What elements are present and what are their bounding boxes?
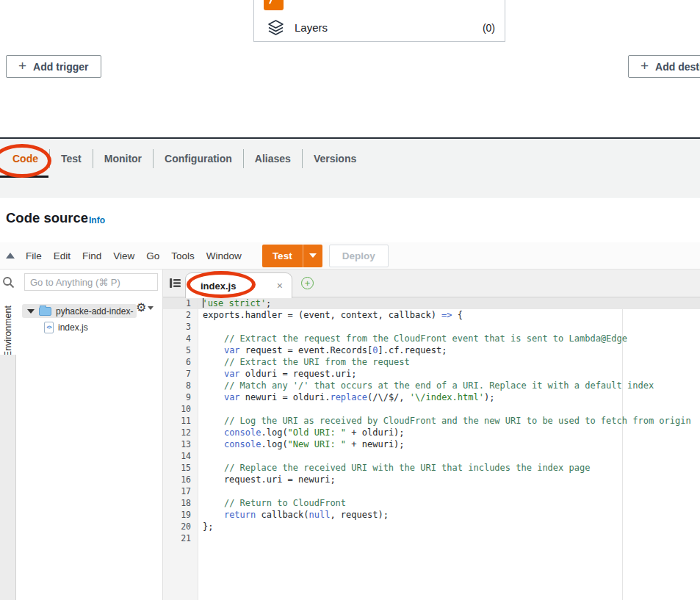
layers-label: Layers bbox=[295, 21, 328, 34]
collapse-panel-icon[interactable] bbox=[6, 253, 15, 259]
line-number: 19 bbox=[163, 509, 198, 521]
code-line[interactable]: // Match any '/' that occurs at the end … bbox=[198, 380, 700, 391]
code-token bbox=[203, 345, 224, 355]
menu-view[interactable]: View bbox=[113, 250, 134, 261]
info-link[interactable]: Info bbox=[89, 215, 105, 225]
layers-row[interactable]: Layers (0) bbox=[254, 18, 505, 40]
code-line[interactable]: // Replace the received URI with the URI… bbox=[198, 462, 700, 474]
menu-tools[interactable]: Tools bbox=[171, 250, 195, 261]
code-token: { bbox=[452, 310, 463, 320]
code-token: 'use strict' bbox=[202, 298, 266, 308]
goto-anything-input[interactable] bbox=[24, 273, 158, 291]
line-number: 13 bbox=[163, 438, 198, 450]
line-number: 1 bbox=[163, 297, 198, 309]
line-number: 15 bbox=[163, 462, 198, 474]
tree-settings-button[interactable]: ⚙ bbox=[136, 302, 154, 314]
code-line[interactable] bbox=[198, 450, 700, 462]
code-line[interactable] bbox=[198, 532, 700, 544]
chevron-expanded-icon[interactable] bbox=[27, 309, 35, 314]
line-number: 3 bbox=[163, 321, 198, 333]
code-line[interactable]: exports.handler = (event, context, callb… bbox=[198, 309, 700, 321]
tree-item-indexjs[interactable]: <> index.js bbox=[22, 320, 88, 334]
test-button-label[interactable]: Test bbox=[262, 245, 303, 267]
menu-edit[interactable]: Edit bbox=[54, 250, 71, 261]
code-line[interactable]: // Extract the request from the CloudFro… bbox=[198, 333, 700, 344]
close-tab-icon[interactable]: × bbox=[275, 280, 284, 292]
line-number: 2 bbox=[163, 309, 198, 321]
code-line[interactable]: console.log("Old URI: " + olduri); bbox=[198, 427, 700, 438]
add-destination-button[interactable]: + Add destination bbox=[628, 55, 700, 78]
code-token bbox=[203, 427, 224, 438]
plus-icon: + bbox=[641, 59, 649, 73]
tab-code[interactable]: Code bbox=[0, 153, 49, 165]
menu-file[interactable]: File bbox=[26, 250, 42, 261]
editor-tab-row: index.js × + bbox=[163, 270, 700, 297]
add-trigger-button[interactable]: + Add trigger bbox=[6, 55, 101, 78]
code-token: replace bbox=[330, 392, 367, 402]
tab-versions[interactable]: Versions bbox=[303, 153, 367, 165]
code-line[interactable] bbox=[198, 321, 700, 333]
menu-go[interactable]: Go bbox=[146, 250, 159, 261]
line-number: 20 bbox=[163, 521, 198, 532]
code-editor-area[interactable]: 123456789101112131415161718192021 'use s… bbox=[163, 297, 700, 600]
code-token bbox=[203, 439, 224, 449]
code-token: // Replace the received URI with the URI… bbox=[224, 463, 591, 473]
tab-list-icon[interactable] bbox=[169, 277, 181, 289]
code-token: // Extract the request from the CloudFro… bbox=[224, 333, 627, 344]
line-number: 11 bbox=[163, 415, 198, 427]
code-token: + newuri); bbox=[346, 439, 404, 449]
code-token bbox=[203, 416, 224, 426]
tree-item-project-folder[interactable]: pyhacke-add-index- bbox=[22, 304, 137, 318]
page-background bbox=[0, 178, 700, 197]
tab-test[interactable]: Test bbox=[50, 153, 93, 165]
plus-icon: + bbox=[18, 59, 26, 73]
menu-window[interactable]: Window bbox=[206, 250, 242, 261]
code-line[interactable]: var request = event.Records[0].cf.reques… bbox=[198, 344, 700, 356]
code-line[interactable] bbox=[198, 403, 700, 415]
code-token: null bbox=[309, 510, 331, 520]
code-line[interactable]: request.uri = newuri; bbox=[198, 474, 700, 485]
code-token: console bbox=[224, 439, 261, 449]
code-lines[interactable]: 'use strict';exports.handler = (event, c… bbox=[198, 297, 700, 600]
code-line[interactable]: // Extract the URI from the request bbox=[198, 356, 700, 368]
code-line[interactable]: // Log the URI as received by CloudFront… bbox=[198, 415, 700, 427]
code-token: "Old URI: " bbox=[288, 427, 346, 438]
code-line[interactable]: return callback(null, request); bbox=[198, 509, 700, 521]
code-token: ); bbox=[484, 392, 494, 402]
code-line[interactable]: // Return to CloudFront bbox=[198, 497, 700, 509]
tab-aliases[interactable]: Aliases bbox=[244, 153, 302, 165]
chevron-down-icon bbox=[148, 306, 154, 310]
search-icon[interactable] bbox=[2, 276, 15, 289]
code-token: // Match any '/' that occurs at the end … bbox=[224, 380, 654, 391]
code-line[interactable]: var newuri = olduri.replace(/\/$/, '\/in… bbox=[198, 391, 700, 403]
environment-file-panel: pyhacke-add-index- ⚙ <> index.js bbox=[16, 270, 163, 600]
menu-find[interactable]: Find bbox=[82, 250, 101, 261]
test-split-button[interactable]: Test bbox=[262, 245, 322, 267]
code-token: exports.handler = (event, context, callb… bbox=[203, 310, 441, 320]
code-token: + olduri); bbox=[346, 427, 404, 438]
line-number: 21 bbox=[163, 532, 198, 544]
layers-card: Layers (0) bbox=[253, 0, 505, 42]
code-line[interactable] bbox=[198, 485, 700, 497]
test-dropdown-toggle[interactable] bbox=[303, 245, 322, 267]
code-line[interactable]: var olduri = request.uri; bbox=[198, 368, 700, 380]
editor-tab-indexjs[interactable]: index.js × bbox=[185, 272, 292, 298]
code-line[interactable]: 'use strict'; bbox=[198, 297, 700, 309]
code-token: // Extract the URI from the request bbox=[224, 357, 410, 367]
line-number: 4 bbox=[163, 333, 198, 344]
new-tab-button[interactable]: + bbox=[301, 277, 314, 289]
code-token bbox=[203, 510, 224, 520]
line-number: 18 bbox=[163, 497, 198, 509]
code-line[interactable]: }; bbox=[198, 521, 700, 532]
deploy-button-disabled[interactable]: Deploy bbox=[329, 245, 389, 267]
code-token bbox=[203, 498, 224, 508]
tab-monitor[interactable]: Monitor bbox=[93, 153, 153, 165]
code-token: // Return to CloudFront bbox=[224, 498, 346, 508]
folder-name: pyhacke-add-index- bbox=[56, 306, 133, 317]
code-line[interactable]: console.log("New URI: " + newuri); bbox=[198, 438, 700, 450]
environment-tab-label: Environment bbox=[3, 306, 13, 357]
lambda-function-icon bbox=[264, 0, 284, 10]
code-token: request = event.Records[ bbox=[240, 345, 373, 355]
line-number: 6 bbox=[163, 356, 198, 368]
tab-configuration[interactable]: Configuration bbox=[154, 153, 243, 165]
